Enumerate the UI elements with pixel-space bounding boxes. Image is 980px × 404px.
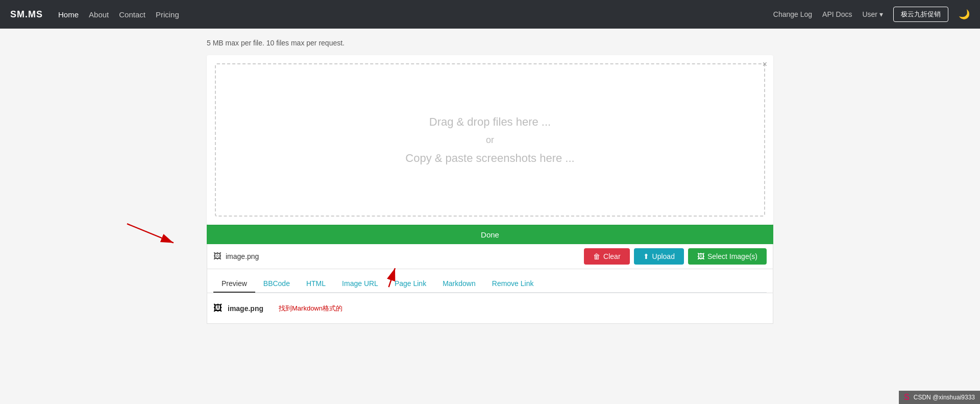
- nav-changelog[interactable]: Change Log: [773, 10, 812, 18]
- drop-zone-text-2: Copy & paste screenshots here ...: [405, 152, 574, 165]
- annotation-text: 找到Markdown格式的: [279, 304, 342, 313]
- nav-links: Home About Contact Pricing: [58, 10, 773, 19]
- navbar: SM.MS Home About Contact Pricing Change …: [0, 0, 980, 29]
- tab-preview[interactable]: Preview: [213, 275, 255, 293]
- progress-label: Done: [481, 230, 499, 239]
- nav-contact[interactable]: Contact: [119, 10, 145, 19]
- close-button[interactable]: ×: [763, 60, 767, 68]
- tabs-list: Preview BBCode HTML Image URL Page Link …: [213, 275, 767, 293]
- upload-icon: ⬆: [643, 252, 649, 260]
- file-row: 🖼 image.png 🗑 Clear ⬆ Upload 🖼 Select Im…: [207, 244, 773, 269]
- file-name: image.png: [226, 252, 584, 260]
- chevron-down-icon: ▾: [879, 10, 883, 18]
- drop-zone-or: or: [486, 135, 494, 146]
- main-content: 5 MB max per file. 10 files max per requ…: [197, 29, 783, 334]
- tab-html[interactable]: HTML: [298, 275, 334, 293]
- clear-button[interactable]: 🗑 Clear: [584, 248, 629, 265]
- upload-container: × Drag & drop files here ... or Copy & p…: [207, 55, 773, 225]
- trash-icon: 🗑: [593, 252, 600, 260]
- drop-zone[interactable]: Drag & drop files here ... or Copy & pas…: [215, 63, 765, 217]
- nav-home[interactable]: Home: [58, 10, 79, 19]
- bottom-bar-text: CSDN @xinshuai9333: [914, 394, 975, 401]
- user-dropdown[interactable]: User ▾: [862, 10, 883, 18]
- tab-markdown[interactable]: Markdown: [434, 275, 484, 293]
- bottom-bar: S CSDN @xinshuai9333: [899, 391, 980, 404]
- drop-zone-text-1: Drag & drop files here ...: [429, 115, 551, 129]
- svg-line-2: [127, 224, 174, 243]
- preview-area: 🖼 image.png 找到Markdown格式的: [207, 293, 773, 324]
- file-limit-text: 5 MB max per file. 10 files max per requ…: [207, 39, 773, 47]
- file-actions: 🗑 Clear ⬆ Upload 🖼 Select Image(s): [584, 248, 767, 265]
- tab-image-url[interactable]: Image URL: [334, 275, 386, 293]
- nav-apidocs[interactable]: API Docs: [822, 10, 852, 18]
- nav-pricing[interactable]: Pricing: [156, 10, 179, 19]
- file-type-icon: 🖼: [213, 252, 222, 261]
- tab-page-link[interactable]: Page Link: [386, 275, 434, 293]
- upload-button[interactable]: ⬆ Upload: [634, 248, 684, 265]
- navbar-right: Change Log API Docs User ▾ 极云九折促销 🌙: [773, 7, 970, 22]
- tab-remove-link[interactable]: Remove Link: [484, 275, 542, 293]
- user-label: User: [862, 10, 877, 18]
- select-images-button[interactable]: 🖼 Select Image(s): [688, 248, 767, 265]
- tabs-container: Preview BBCode HTML Image URL Page Link …: [207, 269, 773, 293]
- brand-logo: SM.MS: [10, 9, 43, 20]
- dark-mode-button[interactable]: 🌙: [959, 9, 970, 20]
- tab-bbcode[interactable]: BBCode: [255, 275, 298, 293]
- promo-button[interactable]: 极云九折促销: [893, 7, 948, 22]
- image-select-icon: 🖼: [697, 252, 704, 260]
- preview-file-icon: 🖼: [213, 303, 223, 314]
- csdn-icon: S: [904, 393, 910, 402]
- preview-filename: image.png: [228, 304, 263, 313]
- nav-about[interactable]: About: [89, 10, 109, 19]
- progress-bar: Done: [207, 225, 773, 244]
